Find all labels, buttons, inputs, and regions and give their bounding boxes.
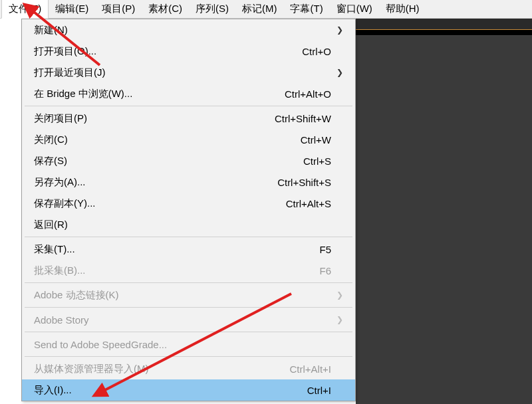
menu-item-label: 从媒体资源管理器导入(M) <box>34 363 242 375</box>
menubar-label: 序列(S) <box>196 3 229 14</box>
menubar-item-help[interactable]: 帮助(H) <box>379 0 426 18</box>
menu-item-label: 返回(R) <box>34 219 242 231</box>
menubar-label: 窗口(W) <box>336 3 372 14</box>
menubar-label: 项目(P) <box>102 3 135 14</box>
menu-item-label: 打开最近项目(J) <box>34 66 242 79</box>
menubar-item-marker[interactable]: 标记(M) <box>235 0 284 18</box>
menubar-item-file[interactable]: 文件(F) <box>1 0 49 19</box>
menu-item-label: 保存(S) <box>34 155 242 167</box>
submenu-arrow-icon: ❯ <box>335 290 343 300</box>
menubar-item-edit[interactable]: 编辑(E) <box>49 0 95 18</box>
menu-item-shortcut: Ctrl+Alt+O <box>242 88 335 100</box>
menu-item-shortcut: Ctrl+S <box>242 155 335 167</box>
menu-item-shortcut: Ctrl+O <box>242 46 335 57</box>
menu-item-label: 保存副本(Y)... <box>34 197 242 210</box>
menubar-label: 编辑(E) <box>55 3 88 14</box>
menu-item-label: 新建(N) <box>34 24 242 37</box>
menu-item[interactable]: 在 Bridge 中浏览(W)...Ctrl+Alt+O <box>22 83 355 104</box>
menu-item-label: 打开项目(O)... <box>34 45 242 58</box>
menubar-item-clip[interactable]: 素材(C) <box>142 0 189 18</box>
menu-separator <box>25 332 352 332</box>
file-menu-dropdown: 新建(N)❯打开项目(O)...Ctrl+O打开最近项目(J)❯在 Bridge… <box>21 19 356 401</box>
menu-item-label: 另存为(A)... <box>34 176 242 189</box>
menu-item[interactable]: 采集(T)...F5 <box>22 239 355 260</box>
menu-item-label: 在 Bridge 中浏览(W)... <box>34 88 242 100</box>
menu-separator <box>25 106 352 106</box>
menu-item-shortcut: F5 <box>242 244 335 255</box>
menu-item-shortcut: F6 <box>242 265 335 276</box>
submenu-arrow-icon: ❯ <box>335 25 343 35</box>
menubar-item-project[interactable]: 项目(P) <box>95 0 142 18</box>
menu-item[interactable]: 另存为(A)...Ctrl+Shift+S <box>22 171 355 193</box>
menu-item[interactable]: 导入(I)...Ctrl+I <box>22 379 355 401</box>
menu-separator <box>25 237 352 237</box>
menu-item-label: Adobe Story <box>34 314 242 326</box>
menu-item-shortcut: Ctrl+W <box>242 134 335 146</box>
menu-item-shortcut: Ctrl+I <box>242 385 335 396</box>
menubar-item-window[interactable]: 窗口(W) <box>330 0 379 18</box>
submenu-arrow-icon: ❯ <box>335 68 343 77</box>
menubar-item-title[interactable]: 字幕(T) <box>283 0 329 18</box>
menubar-label: 文件(F) <box>9 3 41 14</box>
menu-separator <box>25 282 352 283</box>
menu-item: Adobe Story❯ <box>22 309 355 330</box>
menu-item-label: 关闭项目(P) <box>34 112 242 125</box>
menu-item[interactable]: 新建(N)❯ <box>22 19 355 41</box>
menu-item-label: 导入(I)... <box>34 384 242 397</box>
menu-item-label: 批采集(B)... <box>34 264 242 277</box>
menu-item: Send to Adobe SpeedGrade... <box>22 334 355 355</box>
menu-item[interactable]: 保存(S)Ctrl+S <box>22 150 355 171</box>
menu-item-label: Send to Adobe SpeedGrade... <box>34 339 242 350</box>
menu-item: 批采集(B)...F6 <box>22 260 355 281</box>
menubar-item-sequence[interactable]: 序列(S) <box>189 0 235 18</box>
menu-item[interactable]: 打开项目(O)...Ctrl+O <box>22 41 355 62</box>
menubar: 文件(F) 编辑(E) 项目(P) 素材(C) 序列(S) 标记(M) 字幕(T… <box>0 0 532 19</box>
menu-item-label: 关闭(C) <box>34 134 242 146</box>
menu-item[interactable]: 返回(R) <box>22 214 355 235</box>
menu-item-shortcut: Ctrl+Alt+S <box>242 198 335 209</box>
menubar-label: 帮助(H) <box>386 3 420 14</box>
menu-item[interactable]: 关闭(C)Ctrl+W <box>22 129 355 150</box>
workspace-panel <box>356 36 532 404</box>
menu-item-shortcut: Ctrl+Shift+S <box>242 177 335 188</box>
menu-item[interactable]: 关闭项目(P)Ctrl+Shift+W <box>22 108 355 129</box>
menu-item[interactable]: 保存副本(Y)...Ctrl+Alt+S <box>22 193 355 214</box>
menu-item-label: 采集(T)... <box>34 243 242 256</box>
menubar-label: 素材(C) <box>148 3 182 14</box>
menubar-label: 字幕(T) <box>290 3 323 14</box>
submenu-arrow-icon: ❯ <box>335 315 343 324</box>
menu-item-shortcut: Ctrl+Shift+W <box>242 113 335 124</box>
workspace-dark-area <box>356 19 532 404</box>
menu-item: Adobe 动态链接(K)❯ <box>22 284 355 306</box>
menu-item: 从媒体资源管理器导入(M)Ctrl+Alt+I <box>22 358 355 379</box>
menu-item-label: Adobe 动态链接(K) <box>34 289 242 302</box>
menu-item[interactable]: 打开最近项目(J)❯ <box>22 62 355 83</box>
menubar-label: 标记(M) <box>242 3 277 14</box>
menu-separator <box>25 356 352 357</box>
menu-separator <box>25 307 352 308</box>
timeline-strip <box>356 29 532 36</box>
menu-item-shortcut: Ctrl+Alt+I <box>242 363 335 375</box>
